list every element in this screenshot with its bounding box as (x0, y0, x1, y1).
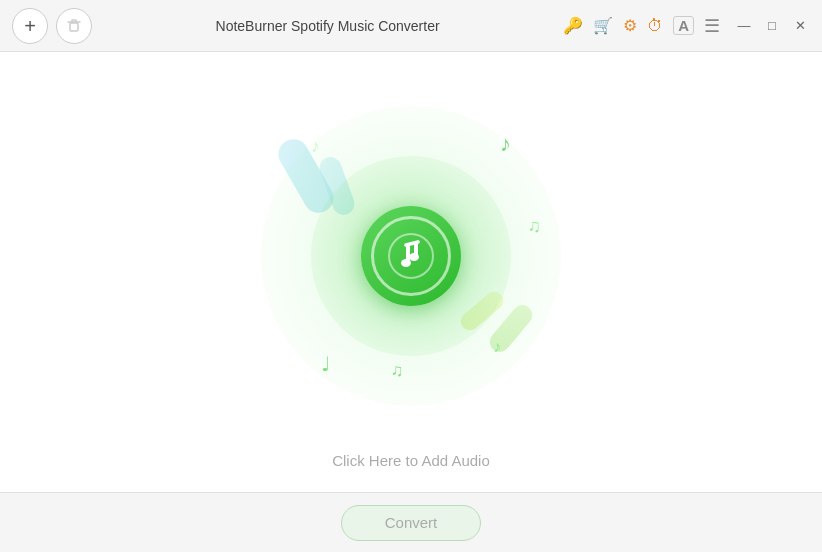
window-controls: — □ ✕ (734, 16, 810, 36)
maximize-button[interactable]: □ (762, 16, 782, 36)
minimize-button[interactable]: — (734, 16, 754, 36)
svg-point-9 (401, 259, 411, 267)
add-button[interactable]: + (12, 8, 48, 44)
app-logo (361, 206, 461, 306)
deco-note-4: ♩ (321, 352, 330, 376)
title-bar-left: + (12, 8, 92, 44)
gear-icon[interactable]: ⚙ (623, 18, 637, 34)
delete-button[interactable] (56, 8, 92, 44)
main-content[interactable]: ♪ ♫ ♪ ♩ ♪ ♫ (0, 52, 822, 492)
title-bar: + NoteBurner Spotify Music Converter 🔑 🛒… (0, 0, 822, 52)
close-button[interactable]: ✕ (790, 16, 810, 36)
svg-rect-0 (70, 23, 78, 31)
deco-note-5: ♪ (493, 338, 501, 356)
cart-icon[interactable]: 🛒 (593, 18, 613, 34)
deco-note-1: ♪ (500, 131, 511, 157)
deco-note-6: ♫ (391, 361, 404, 381)
menu-icon[interactable]: ☰ (704, 17, 720, 35)
convert-button[interactable]: Convert (341, 505, 481, 541)
logo-inner (371, 216, 451, 296)
history-icon[interactable]: ⏱ (647, 18, 663, 34)
key-icon[interactable]: 🔑 (563, 18, 583, 34)
deco-container: ♪ ♫ ♪ ♩ ♪ ♫ (231, 76, 591, 436)
font-icon[interactable]: A (673, 16, 694, 35)
deco-note-3: ♪ (311, 136, 320, 157)
music-logo-icon (386, 231, 436, 281)
bottom-bar: Convert (0, 492, 822, 552)
add-audio-text[interactable]: Click Here to Add Audio (332, 452, 490, 469)
deco-note-2: ♫ (528, 216, 542, 237)
title-bar-right: 🔑 🛒 ⚙ ⏱ A ☰ — □ ✕ (563, 16, 810, 36)
trash-icon (66, 18, 82, 34)
app-title: NoteBurner Spotify Music Converter (92, 18, 563, 34)
svg-point-10 (409, 253, 419, 261)
